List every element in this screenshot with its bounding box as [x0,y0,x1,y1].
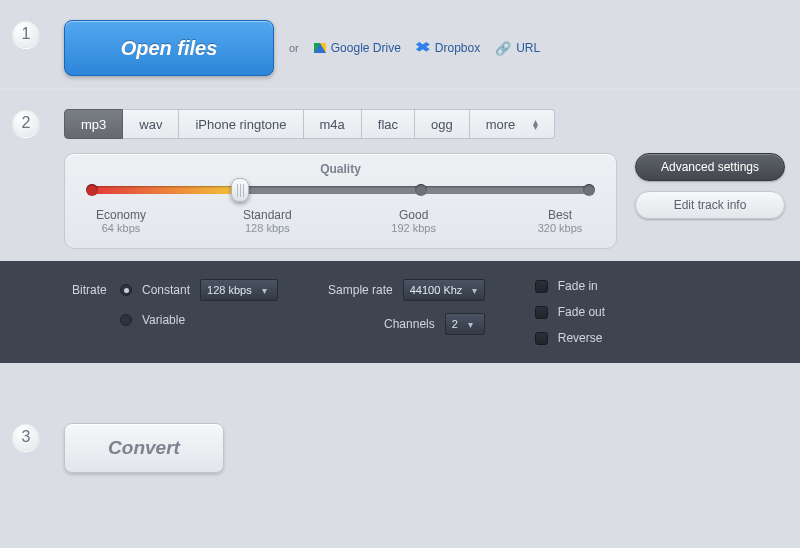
bitrate-constant-row: Bitrate Constant 128 kbps [72,279,278,301]
google-drive-label: Google Drive [331,41,401,55]
channels-label: Channels [384,317,435,331]
sample-rate-dropdown[interactable]: 44100 Khz [403,279,485,301]
step2-body: mp3 wav iPhone ringtone m4a flac ogg mor… [64,109,785,249]
or-label: or [289,42,299,54]
bitrate-constant-label: Constant [142,283,190,297]
quality-best: Best320 kbps [528,208,592,234]
step-badge-3: 3 [12,423,40,451]
tab-m4a[interactable]: m4a [304,109,362,139]
channels-row: Channels 2 [328,313,485,335]
tab-more[interactable]: more ▴▾ [470,109,556,139]
format-tabs: mp3 wav iPhone ringtone m4a flac ogg mor… [64,109,785,139]
google-drive-link[interactable]: Google Drive [314,41,401,55]
sort-icon: ▴▾ [533,119,538,129]
sample-rate-row: Sample rate 44100 Khz [328,279,485,301]
fade-out-label: Fade out [558,305,605,319]
quality-standard: Standard128 kbps [235,208,299,234]
link-icon: 🔗 [495,41,511,56]
bitrate-variable-radio[interactable] [120,314,132,326]
channels-dropdown[interactable]: 2 [445,313,485,335]
reverse-label: Reverse [558,331,603,345]
bitrate-variable-label: Variable [142,313,185,327]
advanced-panel: Bitrate Constant 128 kbps Variable Sampl… [0,261,800,363]
bitrate-column: Bitrate Constant 128 kbps Variable [72,279,278,345]
quality-good: Good192 kbps [382,208,446,234]
bitrate-dropdown[interactable]: 128 kbps [200,279,278,301]
quality-panel: Quality Economy64 kbps Standard128 kbps … [64,153,617,249]
slider-notch-good [415,184,427,196]
tab-wav[interactable]: wav [123,109,179,139]
slider-notch-economy [86,184,98,196]
slider-notch-best [583,184,595,196]
slider-fill [91,186,242,194]
fade-out-row: Fade out [535,305,605,319]
quality-row: Quality Economy64 kbps Standard128 kbps … [64,153,785,249]
url-link[interactable]: 🔗 URL [495,41,540,56]
bitrate-constant-radio[interactable] [120,284,132,296]
bitrate-label: Bitrate [72,283,110,297]
reverse-row: Reverse [535,331,605,345]
dropbox-icon [416,42,430,54]
advanced-settings-button[interactable]: Advanced settings [635,153,785,181]
google-drive-icon [314,43,326,53]
quality-labels: Economy64 kbps Standard128 kbps Good192 … [89,208,592,234]
side-buttons: Advanced settings Edit track info [635,153,785,219]
open-files-button[interactable]: Open files [64,20,274,76]
quality-slider[interactable] [89,186,592,194]
open-row: Open files or Google Drive Dropbox 🔗 URL [64,20,540,76]
fade-in-row: Fade in [535,279,605,293]
tab-flac[interactable]: flac [362,109,415,139]
step-badge-1: 1 [12,20,40,48]
quality-economy: Economy64 kbps [89,208,153,234]
bitrate-variable-row: Variable [72,313,278,327]
tab-more-label: more [486,117,516,132]
slider-knob[interactable] [231,178,249,202]
tab-mp3[interactable]: mp3 [64,109,123,139]
dropbox-label: Dropbox [435,41,480,55]
convert-button[interactable]: Convert [64,423,224,473]
tab-iphone-ringtone[interactable]: iPhone ringtone [179,109,303,139]
quality-title: Quality [89,162,592,176]
dropbox-link[interactable]: Dropbox [416,41,480,55]
step-badge-2: 2 [12,109,40,137]
fade-in-checkbox[interactable] [535,280,548,293]
sample-column: Sample rate 44100 Khz Channels 2 [328,279,485,345]
tab-ogg[interactable]: ogg [415,109,470,139]
toggles-column: Fade in Fade out Reverse [535,279,605,345]
fade-in-label: Fade in [558,279,598,293]
sample-rate-label: Sample rate [328,283,393,297]
url-label: URL [516,41,540,55]
step-3: 3 Convert [0,363,800,485]
fade-out-checkbox[interactable] [535,306,548,319]
step-2: 2 mp3 wav iPhone ringtone m4a flac ogg m… [0,89,800,261]
step-1: 1 Open files or Google Drive Dropbox 🔗 U… [0,0,800,88]
edit-track-info-button[interactable]: Edit track info [635,191,785,219]
reverse-checkbox[interactable] [535,332,548,345]
